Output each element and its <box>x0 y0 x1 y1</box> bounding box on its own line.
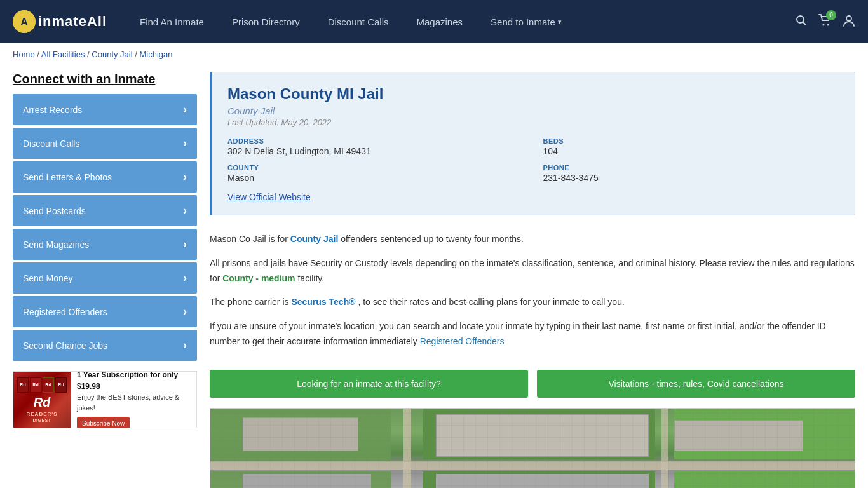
svg-point-4 <box>823 24 825 25</box>
cart-button[interactable]: 0 <box>818 14 831 30</box>
svg-point-6 <box>846 16 851 21</box>
facility-name: Mason County MI Jail <box>227 85 839 103</box>
facility-card: Mason County MI Jail County Jail Last Up… <box>210 72 855 215</box>
header-icons: 0 <box>796 14 855 30</box>
nav-prison-directory[interactable]: Prison Directory <box>218 0 314 43</box>
subscribe-button[interactable]: Subscribe Now <box>77 417 130 428</box>
nav-magazines[interactable]: Magazines <box>403 0 477 43</box>
main-nav: Find An Inmate Prison Directory Discount… <box>126 0 796 43</box>
description-area: Mason Co Jail is for County Jail offende… <box>210 227 855 363</box>
arrow-icon: › <box>183 238 187 251</box>
arrow-icon: › <box>183 170 187 184</box>
securus-link[interactable]: Securus Tech® <box>291 297 355 307</box>
ad-text: 1 Year Subscription for only $19.98 Enjo… <box>71 371 196 428</box>
breadcrumb-county-jail[interactable]: County Jail <box>92 50 132 59</box>
address-value: 302 N Delia St, Ludington, MI 49431 <box>227 146 524 156</box>
svg-text:A: A <box>20 17 28 27</box>
county-group: COUNTY Mason <box>227 164 524 183</box>
sidebar-item-send-letters[interactable]: Send Letters & Photos › <box>13 161 197 193</box>
facility-type: County Jail <box>227 105 839 116</box>
logo-icon: A <box>13 10 36 33</box>
phone-label: PHONE <box>543 164 840 172</box>
breadcrumb-home[interactable]: Home <box>13 50 35 59</box>
facility-updated: Last Updated: May 20, 2022 <box>227 118 839 127</box>
action-buttons: Looking for an inmate at this facility? … <box>210 370 855 398</box>
arrow-icon: › <box>183 305 187 318</box>
sidebar-item-send-magazines[interactable]: Send Magazines › <box>13 229 197 260</box>
beds-group: BEDS 104 <box>543 137 840 156</box>
county-value: Mason <box>227 173 524 183</box>
county-label: COUNTY <box>227 164 524 172</box>
beds-value: 104 <box>543 146 840 156</box>
official-website-link[interactable]: View Official Website <box>227 192 311 202</box>
sidebar-item-discount-calls[interactable]: Discount Calls › <box>13 128 197 159</box>
description-para4: If you are unsure of your inmate's locat… <box>210 319 855 349</box>
breadcrumb-michigan[interactable]: Michigan <box>139 50 172 59</box>
sidebar-menu: Arrest Records › Discount Calls › Send L… <box>13 94 197 361</box>
county-jail-link[interactable]: County Jail <box>290 234 338 244</box>
phone-value: 231-843-3475 <box>543 173 840 183</box>
main-container: Connect with an Inmate Arrest Records › … <box>0 65 868 488</box>
svg-point-5 <box>827 24 829 25</box>
nav-send-to-inmate[interactable]: Send to Inmate ▾ <box>477 0 576 43</box>
search-button[interactable] <box>796 15 807 29</box>
address-label: ADDRESS <box>227 137 524 145</box>
arrow-icon: › <box>183 204 187 217</box>
logo-text: inmateAll <box>38 13 107 30</box>
sidebar-item-send-money[interactable]: Send Money › <box>13 262 197 294</box>
sidebar-title: Connect with an Inmate <box>13 72 197 86</box>
address-group: ADDRESS 302 N Delia St, Ludington, MI 49… <box>227 137 524 156</box>
nav-discount-calls[interactable]: Discount Calls <box>314 0 403 43</box>
user-button[interactable] <box>843 14 855 30</box>
description-para3: The phone carrier is Securus Tech® , to … <box>210 295 855 310</box>
aerial-photo <box>210 408 855 488</box>
sidebar-item-send-postcards[interactable]: Send Postcards › <box>13 195 197 226</box>
county-medium-link[interactable]: County - medium <box>222 273 295 283</box>
nav-find-inmate[interactable]: Find An Inmate <box>126 0 218 43</box>
main-header: A inmateAll Find An Inmate Prison Direct… <box>0 0 868 43</box>
sidebar-ad[interactable]: Rd Rd Rd Rd Rd READER'S DIGEST 1 Year Su… <box>13 371 197 428</box>
cart-badge: 0 <box>826 10 836 20</box>
ad-image: Rd Rd Rd Rd Rd READER'S DIGEST <box>13 371 71 428</box>
inmate-lookup-button[interactable]: Looking for an inmate at this facility? <box>210 370 528 398</box>
breadcrumb: Home / All Facilities / County Jail / Mi… <box>0 43 868 65</box>
sidebar-item-registered-offenders[interactable]: Registered Offenders › <box>13 296 197 327</box>
beds-label: BEDS <box>543 137 840 145</box>
content-area: Mason County MI Jail County Jail Last Up… <box>210 72 855 488</box>
arrow-icon: › <box>183 103 187 116</box>
sidebar: Connect with an Inmate Arrest Records › … <box>13 72 197 488</box>
description-para2: All prisons and jails have Security or C… <box>210 256 855 287</box>
dropdown-arrow-icon: ▾ <box>558 18 562 26</box>
breadcrumb-all-facilities[interactable]: All Facilities <box>41 50 85 59</box>
visitations-button[interactable]: Visitations - times, rules, Covid cancel… <box>537 370 855 398</box>
description-para1: Mason Co Jail is for County Jail offende… <box>210 232 855 247</box>
svg-line-3 <box>803 22 806 25</box>
sidebar-item-arrest-records[interactable]: Arrest Records › <box>13 94 197 125</box>
arrow-icon: › <box>183 339 187 352</box>
sidebar-item-second-chance-jobs[interactable]: Second Chance Jobs › <box>13 330 197 361</box>
facility-details: ADDRESS 302 N Delia St, Ludington, MI 49… <box>227 137 839 183</box>
phone-group: PHONE 231-843-3475 <box>543 164 840 183</box>
arrow-icon: › <box>183 271 187 285</box>
logo[interactable]: A inmateAll <box>13 10 107 33</box>
registered-offenders-link[interactable]: Registered Offenders <box>420 336 505 346</box>
arrow-icon: › <box>183 137 187 150</box>
